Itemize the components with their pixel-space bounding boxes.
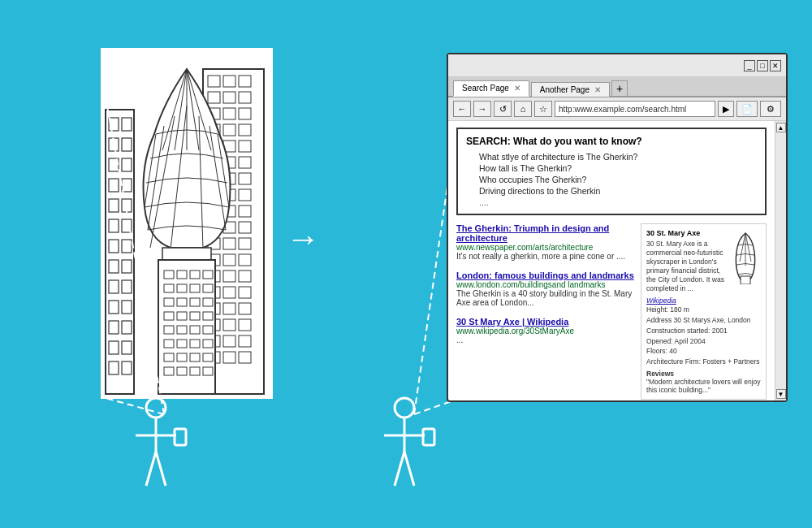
new-tab-icon: +	[616, 82, 623, 95]
svg-rect-1	[106, 110, 134, 394]
kp-detail-2: Construction started: 2001	[646, 326, 761, 336]
search-box: SEARCH: What do you want to know? What s…	[456, 128, 767, 215]
kp-reviews: Reviews "Modern architecture lovers will…	[646, 370, 761, 394]
page-icon[interactable]: 📄	[736, 101, 758, 117]
knowledge-panel: 30 St. Mary Axe 30 St. Mary Axe is a com…	[641, 223, 767, 400]
search-suggestion-3: Who occupies The Gherkin?	[479, 175, 757, 184]
back-button[interactable]: ←	[453, 101, 471, 117]
content-area[interactable]: SEARCH: What do you want to know? What s…	[448, 121, 775, 400]
search-ellipsis: ....	[479, 197, 757, 207]
browser-toolbar: ← → ↺ ⌂ ☆ http:www.example.com/search.ht…	[448, 97, 786, 121]
tab-search-page-close[interactable]: ✕	[514, 84, 520, 93]
browser-content: SEARCH: What do you want to know? What s…	[448, 121, 786, 400]
transition-arrow: →	[286, 219, 320, 258]
building-illustration	[97, 45, 276, 402]
results-container: The Gherkin: Triumph in design and archi…	[456, 223, 767, 400]
kp-details: Height: 180 m Address 30 St Marys Axe, L…	[646, 305, 761, 367]
scroll-down-button[interactable]: ▼	[776, 389, 786, 399]
svg-rect-142	[423, 429, 434, 445]
svg-line-144	[404, 452, 414, 486]
kp-reviews-label: Reviews	[646, 370, 761, 378]
search-prompt: SEARCH: What do you want to know?	[466, 136, 757, 147]
result-2-url: www.london.com/buildingsand landmarks	[456, 280, 634, 289]
scrollbar[interactable]: ▲ ▼	[775, 121, 786, 400]
result-1-snippet: It's not really a gherkin, more a pine c…	[456, 252, 634, 261]
kp-detail-3: Opened: April 2004	[646, 336, 761, 347]
kp-source[interactable]: Wikipedia	[646, 296, 761, 305]
kp-detail-4: Floors: 40	[646, 346, 761, 357]
svg-point-133	[146, 398, 166, 418]
right-stick-figure	[380, 396, 445, 505]
svg-line-138	[156, 452, 166, 486]
result-1-title[interactable]: The Gherkin: Triumph in design and archi…	[456, 223, 634, 243]
search-suggestion-2: How tall is The Gherkin?	[479, 163, 757, 173]
result-3-url: www.wikipedia.org/30StMaryAxe	[456, 327, 634, 335]
kp-detail-0: Height: 180 m	[646, 305, 761, 315]
kp-detail-1: Address 30 St Marys Axe, London	[646, 315, 761, 326]
browser-titlebar: _ □ ✕	[448, 54, 786, 77]
tab-another-page-label: Another Page	[540, 85, 590, 94]
search-results-list: The Gherkin: Triumph in design and archi…	[456, 223, 634, 400]
address-text: http:www.example.com/search.html	[559, 105, 686, 114]
bookmark-button[interactable]: ☆	[534, 101, 552, 117]
svg-line-137	[146, 452, 156, 486]
svg-point-139	[395, 398, 414, 418]
arrow-symbol: →	[286, 219, 320, 258]
kp-review-text: "Modern architecture lovers will enjoy t…	[646, 378, 761, 394]
tools-button[interactable]: ⚙	[760, 101, 781, 117]
new-tab-button[interactable]: +	[611, 80, 628, 97]
result-3-snippet: ...	[456, 335, 634, 344]
kp-building-image	[730, 229, 761, 286]
address-bar[interactable]: http:www.example.com/search.html	[555, 101, 715, 117]
kp-detail-5: Architecture Firm: Fosters + Partners	[646, 357, 761, 367]
close-button[interactable]: ✕	[770, 60, 781, 71]
tab-search-page[interactable]: Search Page ✕	[453, 80, 529, 97]
reload-button[interactable]: ↺	[494, 101, 512, 117]
svg-rect-95	[162, 248, 211, 260]
left-stick-figure	[132, 396, 197, 505]
tab-search-page-label: Search Page	[462, 84, 509, 93]
tab-another-page[interactable]: Another Page ✕	[531, 82, 610, 97]
browser-window: _ □ ✕ Search Page ✕ Another Page ✕ + ← →…	[447, 53, 788, 402]
result-2-snippet: The Gherkin is a 40 story building in th…	[456, 289, 634, 307]
result-item-3: 30 St Mary Axe | Wikipedia www.wikipedia…	[456, 317, 634, 344]
svg-rect-136	[175, 429, 186, 445]
svg-line-143	[395, 452, 404, 486]
go-button[interactable]: ▶	[718, 101, 734, 117]
result-item-1: The Gherkin: Triumph in design and archi…	[456, 223, 634, 261]
maximize-button[interactable]: □	[757, 60, 768, 71]
result-1-url: www.newspaper.com/arts/architecture	[456, 243, 634, 252]
scroll-up-button[interactable]: ▲	[776, 123, 786, 132]
result-3-title[interactable]: 30 St Mary Axe | Wikipedia	[456, 317, 634, 327]
result-2-title[interactable]: London: famous buildings and landmarks	[456, 270, 634, 280]
browser-tabs: Search Page ✕ Another Page ✕ +	[448, 77, 786, 97]
search-suggestion-1: What stlye of architecture is The Gherki…	[479, 152, 757, 162]
result-item-2: London: famous buildings and landmarks w…	[456, 270, 634, 307]
forward-button[interactable]: →	[473, 101, 491, 117]
minimize-button[interactable]: _	[744, 60, 755, 71]
tab-another-page-close[interactable]: ✕	[594, 85, 601, 94]
search-suggestion-4: Driving directions to the Gherkin	[479, 186, 757, 196]
svg-rect-148	[741, 276, 750, 284]
home-button[interactable]: ⌂	[514, 101, 532, 117]
